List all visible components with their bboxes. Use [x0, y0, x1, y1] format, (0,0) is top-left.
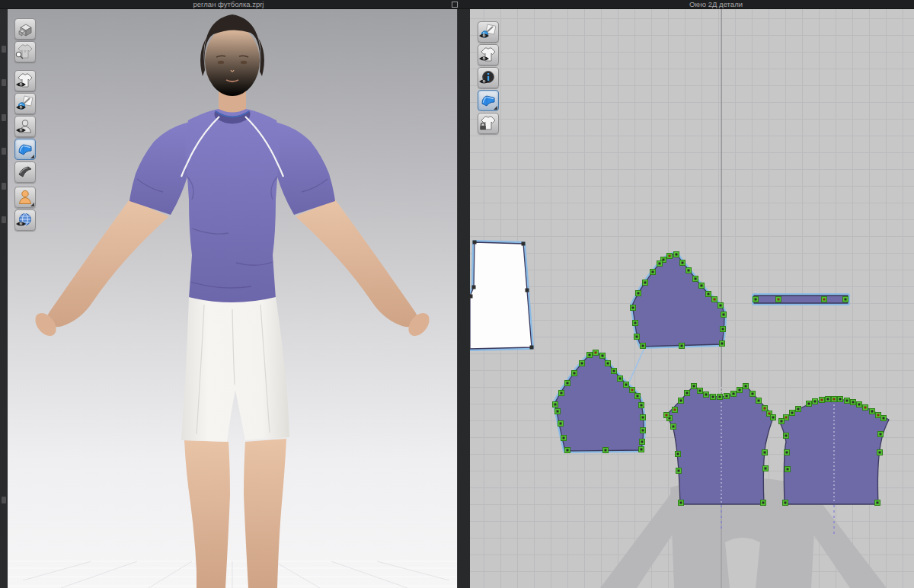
- garment-fit-map-button[interactable]: [14, 41, 36, 62]
- edit-point[interactable]: [763, 466, 769, 471]
- edit-point[interactable]: [685, 391, 690, 396]
- edit-point[interactable]: [674, 252, 679, 257]
- edit-point[interactable]: [721, 312, 727, 318]
- edit-point[interactable]: [606, 361, 611, 366]
- edit-point[interactable]: [721, 327, 726, 332]
- 2d-pattern-viewport[interactable]: [470, 9, 914, 588]
- sleeve-piece-left[interactable]: [553, 350, 646, 453]
- edit-point[interactable]: [559, 391, 564, 396]
- textured-pattern-2d-button[interactable]: [478, 90, 499, 111]
- show-pins-3d-button[interactable]: [14, 93, 36, 114]
- edit-point[interactable]: [717, 395, 723, 400]
- edit-point[interactable]: [641, 428, 646, 433]
- edit-point[interactable]: [671, 424, 676, 430]
- show-avatar-button[interactable]: [14, 116, 36, 137]
- edit-point[interactable]: [633, 321, 638, 326]
- edit-point[interactable]: [698, 388, 703, 394]
- edit-point[interactable]: [737, 388, 743, 393]
- edit-point[interactable]: [587, 353, 593, 358]
- edit-point[interactable]: [679, 344, 685, 349]
- edit-point[interactable]: [870, 409, 875, 414]
- edit-point[interactable]: [838, 397, 843, 402]
- corner-point[interactable]: [472, 286, 476, 289]
- edit-point[interactable]: [673, 407, 678, 413]
- edit-point[interactable]: [762, 450, 768, 455]
- edit-point[interactable]: [639, 447, 644, 452]
- edit-point[interactable]: [756, 398, 762, 404]
- edit-point[interactable]: [743, 384, 749, 389]
- edit-point[interactable]: [832, 397, 837, 402]
- edit-point[interactable]: [750, 391, 756, 397]
- edit-point[interactable]: [679, 398, 684, 404]
- edit-point[interactable]: [807, 401, 812, 407]
- edit-point[interactable]: [580, 361, 585, 366]
- show-garment-3d-button[interactable]: [14, 70, 36, 91]
- edit-point[interactable]: [704, 392, 709, 398]
- edit-point[interactable]: [680, 260, 686, 266]
- edit-point[interactable]: [851, 400, 856, 405]
- edit-point[interactable]: [618, 376, 623, 382]
- edit-point[interactable]: [565, 381, 570, 386]
- corner-point[interactable]: [470, 295, 473, 299]
- edit-point[interactable]: [785, 467, 791, 472]
- edit-point[interactable]: [711, 395, 716, 400]
- edit-point[interactable]: [643, 280, 648, 286]
- edit-point[interactable]: [783, 500, 788, 506]
- edit-point[interactable]: [771, 415, 776, 420]
- render-style-cube-button[interactable]: [14, 18, 36, 40]
- textured-surface-button[interactable]: [14, 139, 36, 160]
- edit-point[interactable]: [693, 276, 698, 282]
- edit-point[interactable]: [635, 394, 641, 399]
- corner-point[interactable]: [522, 242, 526, 246]
- edit-point[interactable]: [762, 406, 768, 411]
- plain-surface-button[interactable]: [14, 161, 36, 183]
- edit-point[interactable]: [876, 413, 881, 418]
- edit-point[interactable]: [641, 344, 646, 349]
- edit-point[interactable]: [640, 439, 645, 445]
- edit-point[interactable]: [641, 415, 646, 420]
- edit-point[interactable]: [572, 371, 577, 376]
- corner-point[interactable]: [530, 346, 534, 350]
- edit-point[interactable]: [875, 500, 880, 506]
- shorts-panel-piece[interactable]: [470, 241, 534, 350]
- 3d-viewport[interactable]: [8, 9, 457, 588]
- edit-point[interactable]: [878, 432, 884, 437]
- edit-point[interactable]: [676, 452, 681, 457]
- edit-point[interactable]: [706, 292, 711, 297]
- edit-point[interactable]: [593, 350, 599, 356]
- sleeve-piece-right[interactable]: [631, 252, 727, 349]
- edit-point[interactable]: [813, 399, 818, 404]
- edit-point[interactable]: [634, 334, 640, 340]
- edit-point[interactable]: [624, 382, 629, 388]
- edit-point[interactable]: [857, 402, 862, 407]
- edit-point[interactable]: [558, 421, 564, 427]
- edit-point[interactable]: [712, 297, 717, 302]
- edit-point[interactable]: [679, 500, 684, 506]
- edit-point[interactable]: [600, 353, 606, 359]
- edit-point[interactable]: [630, 388, 635, 393]
- edit-point[interactable]: [761, 500, 766, 506]
- panel-splitter[interactable]: [457, 9, 470, 588]
- edit-point[interactable]: [639, 403, 644, 408]
- edit-point[interactable]: [820, 398, 825, 403]
- corner-point[interactable]: [473, 241, 477, 244]
- edit-point[interactable]: [784, 433, 789, 439]
- edit-point[interactable]: [692, 384, 697, 389]
- edit-point[interactable]: [667, 254, 673, 259]
- avatar-display-button[interactable]: [14, 187, 36, 208]
- edit-point[interactable]: [843, 297, 848, 302]
- edit-point[interactable]: [731, 391, 737, 397]
- edit-point[interactable]: [664, 413, 670, 418]
- collar-band-piece[interactable]: [753, 296, 848, 303]
- show-pins-2d-button[interactable]: [478, 21, 499, 43]
- edit-point[interactable]: [790, 411, 795, 416]
- show-environment-button[interactable]: [14, 209, 36, 231]
- edit-point[interactable]: [776, 297, 781, 302]
- edit-point[interactable]: [796, 407, 801, 412]
- edit-point[interactable]: [753, 297, 759, 302]
- edit-point[interactable]: [720, 341, 725, 347]
- edit-point[interactable]: [676, 468, 682, 474]
- edit-point[interactable]: [686, 268, 692, 273]
- edit-point[interactable]: [565, 448, 570, 453]
- edit-point[interactable]: [553, 402, 558, 407]
